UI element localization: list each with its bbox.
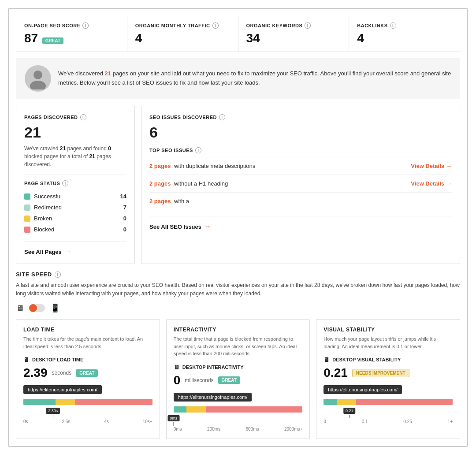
- speed-card-desc: The total time that a page is blocked fr…: [174, 335, 303, 357]
- marker-tooltip: 0ms: [167, 415, 179, 421]
- status-item: Successful 14: [24, 191, 126, 202]
- info-icon-keywords[interactable]: i: [305, 22, 311, 29]
- info-icon-seo[interactable]: i: [82, 22, 89, 29]
- url-bar: https://elitenursingofnaples.com/: [174, 393, 252, 402]
- site-speed-desc: A fast site and smooth user experience a…: [16, 281, 460, 298]
- metric-card-backlinks: BACKLINKS i 4: [349, 16, 460, 52]
- speed-card-desc: The time it takes for the page's main co…: [23, 335, 152, 350]
- bar-segment: [206, 406, 303, 413]
- desktop-label-text: DESKTOP INTERACTIVITY: [182, 364, 244, 370]
- tick-labels: 00.10.251+: [324, 419, 453, 424]
- info-icon-seo-issues[interactable]: i: [219, 114, 225, 120]
- site-speed-title: SITE SPEED: [16, 271, 52, 278]
- bar-marker: 0.21: [343, 408, 356, 418]
- view-details-link[interactable]: View Details →: [411, 163, 452, 169]
- speed-card-load-time: LOAD TIME The time it takes for the page…: [16, 319, 160, 439]
- seo-issues-panel: SEO ISSUES DISCOVERED i 6 TOP SEO ISSUES…: [141, 106, 460, 264]
- desktop-icon-small: 🖥: [23, 356, 30, 363]
- issue-desc: with duplicate meta descriptions: [174, 163, 255, 169]
- bar-marker: 2.39s: [46, 408, 60, 418]
- info-icon-pages[interactable]: i: [80, 114, 86, 120]
- issue-text: 2 pages with a tag that is too long</spa…: [149, 198, 189, 205]
- status-count: 0: [123, 215, 126, 222]
- url-bar: https://elitenursingofnaples.com/: [23, 385, 102, 394]
- speed-card-visual-stability: VISUAL STABILITY How much your page layo…: [316, 319, 460, 439]
- bar-segment: [56, 399, 75, 405]
- url-bar: https://elitenursingofnaples.com/: [324, 385, 402, 394]
- seo-issues-count: 6: [149, 124, 452, 141]
- bar-track: [23, 399, 152, 405]
- toggle-pill[interactable]: [29, 304, 45, 312]
- marker-line: [173, 422, 174, 426]
- badge-load-time: GREAT: [76, 369, 98, 377]
- tick-label: 2000ms+: [284, 427, 302, 431]
- desktop-icon-small: 🖥: [174, 364, 180, 371]
- speed-cards: LOAD TIME The time it takes for the page…: [16, 319, 460, 439]
- status-dot: [24, 193, 30, 200]
- bar-segment: [75, 399, 152, 405]
- desktop-icon[interactable]: 🖥: [16, 304, 24, 313]
- bar-segment: [186, 406, 206, 413]
- bar-segment: [23, 399, 56, 405]
- info-icon-status[interactable]: i: [62, 180, 68, 186]
- status-count: 7: [123, 204, 126, 211]
- metrics-row: ON-PAGE SEO SCORE i 87 GREAT ORGANIC MON…: [16, 16, 460, 52]
- metric-value-traffic: 4: [135, 31, 230, 45]
- tick-label: 200ms: [207, 427, 220, 431]
- bar-track: [174, 406, 303, 413]
- desktop-label: 🖥 DESKTOP LOAD TIME: [23, 356, 152, 363]
- issue-rows: 2 pages with duplicate meta descriptions…: [149, 157, 452, 210]
- metric-card-keywords: ORGANIC KEYWORDS i 34: [238, 16, 350, 52]
- view-details-link[interactable]: View Details →: [411, 180, 452, 187]
- svg-point-1: [30, 81, 46, 89]
- marker-tooltip: 0.21: [343, 408, 356, 414]
- status-item: Blocked 0: [24, 224, 126, 235]
- metric-card-organic-traffic: ORGANIC MONTHLY TRAFFIC i 4: [127, 16, 238, 52]
- metric-label-seo: ON-PAGE SEO SCORE: [24, 23, 80, 28]
- see-all-seo-label: See All SEO Issues: [149, 223, 201, 230]
- tick-labels: 0ms200ms600ms2000ms+: [174, 427, 303, 431]
- status-label: Redirected: [34, 204, 62, 211]
- info-icon-top-issues[interactable]: i: [195, 147, 201, 153]
- info-icon-backlinks[interactable]: i: [390, 22, 396, 29]
- bar-segment: [337, 399, 356, 405]
- info-icon-traffic[interactable]: i: [212, 22, 219, 29]
- arrow-details: →: [446, 163, 452, 169]
- speed-value-row: 0.21 NEEDS IMPROVEMENT: [324, 366, 453, 380]
- speed-value: 2.39: [23, 366, 48, 380]
- bar-wrapper: 0.21 00.10.251+: [324, 399, 453, 424]
- speed-value-row: 2.39 seconds GREAT: [23, 366, 152, 380]
- speed-value: 0: [174, 373, 181, 387]
- status-left: Successful: [24, 193, 62, 200]
- status-items: Successful 14 Redirected 7 Broken 0 Bloc…: [24, 191, 126, 235]
- see-all-pages-link[interactable]: See All Pages →: [24, 241, 126, 256]
- intro-banner: We've discovered 21 pages on your site a…: [16, 58, 460, 99]
- pages-discovered-value: 21: [24, 124, 126, 141]
- issue-pages: 2 pages: [149, 198, 171, 205]
- status-item: Broken 0: [24, 213, 126, 224]
- badge-visual-stability: NEEDS IMPROVEMENT: [352, 369, 409, 377]
- status-left: Broken: [24, 215, 52, 222]
- marker-tooltip: 2.39s: [46, 408, 60, 414]
- bar-wrapper: 2.39s 0s2.5s4s10s+: [23, 399, 152, 424]
- metric-card-seo-score: ON-PAGE SEO SCORE i 87 GREAT: [16, 16, 127, 52]
- status-dot: [24, 227, 30, 233]
- tick-labels: 0s2.5s4s10s+: [23, 419, 152, 424]
- info-icon-speed[interactable]: i: [55, 271, 61, 278]
- see-all-seo-link[interactable]: See All SEO Issues →: [149, 216, 452, 231]
- speed-card-title: VISUAL STABILITY: [324, 327, 453, 333]
- pages-discovered-title: PAGES DISCOVERED: [24, 115, 78, 120]
- issue-pages: 2 pages: [149, 180, 171, 187]
- toggle-dot: [29, 304, 37, 312]
- pages-discovered-desc: We've crawled 21 pages and found 0 block…: [24, 145, 126, 168]
- status-item: Redirected 7: [24, 202, 126, 213]
- speed-card-interactivity: INTERACTIVITY The total time that a page…: [166, 319, 310, 439]
- view-details-label: View Details: [411, 163, 444, 169]
- metric-value-keywords: 34: [246, 31, 341, 45]
- mobile-icon[interactable]: 📱: [50, 303, 60, 313]
- issue-desc: without a H1 heading: [174, 180, 228, 187]
- intro-num: 21: [105, 70, 111, 77]
- desktop-label-text: DESKTOP VISUAL STABILITY: [332, 357, 401, 362]
- metric-value-seo: 87: [24, 31, 38, 45]
- marker-line: [53, 415, 53, 418]
